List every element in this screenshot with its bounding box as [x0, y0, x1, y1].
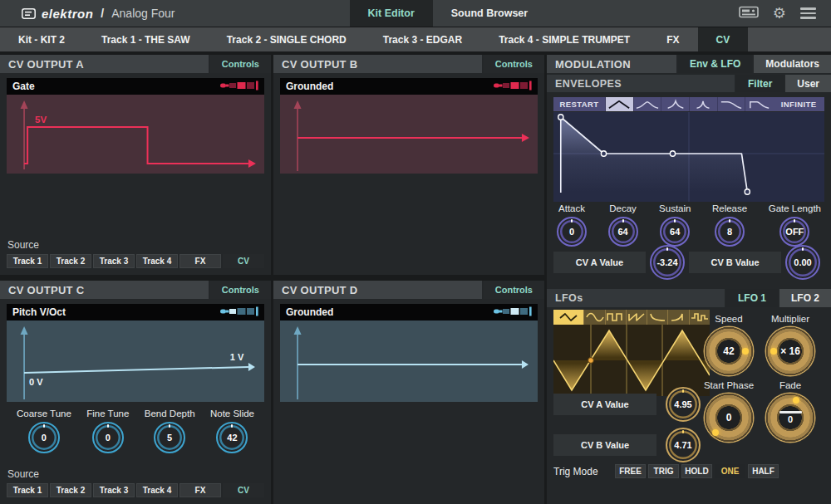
env-cv-a-value-knob[interactable]: -3.24 [650, 245, 685, 280]
bend-depth-knob[interactable]: 5 [154, 422, 185, 453]
env-shape-spike-icon[interactable] [689, 97, 717, 111]
cv-output-d-header: CV OUTPUT D Controls [273, 281, 544, 299]
envelope-shape-selector: RESTART INFINITE [553, 97, 824, 111]
attack-knob-group: Attack 0 [557, 203, 587, 247]
lfo-cv-a-value-knob[interactable]: 4.95 [666, 387, 701, 422]
cv-output-d-graph [280, 321, 538, 402]
lfos-title: LFOs [547, 289, 725, 307]
source-track-3-button[interactable]: Track 3 [93, 483, 135, 497]
gate-length-knob-group: Gate Length OFF [769, 203, 821, 247]
decay-knob-group: Decay 64 [608, 203, 638, 247]
lfo-waveform-display[interactable] [553, 325, 710, 396]
trig-mode-trig-button[interactable]: TRIG [648, 464, 679, 478]
top-icons: ⚙ [739, 0, 831, 27]
cv-output-a-controls-button[interactable]: Controls [210, 55, 271, 73]
lfo-wave-exp-attack-icon[interactable] [667, 310, 688, 325]
envelope-release-node [745, 189, 750, 194]
tab-cv[interactable]: CV [698, 27, 749, 51]
tab-filter-envelope[interactable]: Filter [736, 75, 784, 92]
tab-env-lfo[interactable]: Env & LFO [678, 55, 752, 73]
speed-knob[interactable]: 42 [705, 327, 753, 375]
tab-lfo-1[interactable]: LFO 1 [726, 289, 778, 307]
kit-nav-tabs: Kit - KIT 2 Track 1 - THE SAW Track 2 - … [0, 27, 831, 51]
trig-mode-free-button[interactable]: FREE [615, 464, 646, 478]
source-fx-button[interactable]: FX [179, 254, 221, 268]
env-shape-exp-ad-icon[interactable] [633, 97, 661, 111]
restart-label[interactable]: RESTART [553, 97, 605, 111]
source-track-1-button[interactable]: Track 1 [7, 483, 48, 497]
cv-output-a-mode-bar[interactable]: Gate [7, 78, 264, 95]
envelope-graph[interactable] [553, 112, 824, 202]
cv-output-c-controls-button[interactable]: Controls [210, 281, 271, 299]
env-shape-plateau-decay-icon[interactable] [717, 97, 745, 111]
fade-indicator-line [779, 411, 802, 413]
source-track-4-button[interactable]: Track 4 [136, 254, 178, 268]
trig-mode-half-button[interactable]: HALF [748, 464, 779, 478]
cv-output-d-mode-bar[interactable]: Grounded [280, 304, 538, 321]
env-shape-linear-ad-icon[interactable] [605, 97, 633, 111]
source-cv-button[interactable]: CV [223, 483, 264, 497]
attack-knob[interactable]: 0 [557, 217, 587, 247]
multiplier-knob[interactable]: × 16 [766, 327, 814, 375]
env-cv-b-value-knob[interactable]: 0.00 [785, 245, 820, 280]
lfo-wave-exp-decay-icon[interactable] [647, 310, 667, 325]
env-shape-curved-peak-icon[interactable] [661, 97, 689, 111]
trig-mode-hold-button[interactable]: HOLD [681, 464, 712, 478]
lfo-wave-triangle-icon[interactable] [553, 310, 583, 325]
gate-length-knob[interactable]: OFF [779, 217, 809, 247]
top-bar: elektron / Analog Four Kit Editor Sound … [0, 0, 831, 27]
modulation-title: MODULATION [547, 55, 676, 73]
env-shape-gate-decay-icon[interactable] [745, 97, 773, 111]
device-icon[interactable] [739, 6, 759, 22]
menu-icon[interactable] [800, 7, 816, 19]
source-track-1-button[interactable]: Track 1 [7, 254, 48, 268]
sustain-knob-group: Sustain 64 [659, 203, 691, 247]
source-track-3-button[interactable]: Track 3 [93, 254, 135, 268]
multiplier-label: Multiplier [771, 314, 809, 324]
decay-knob[interactable]: 64 [608, 217, 638, 247]
source-track-2-button[interactable]: Track 2 [50, 254, 91, 268]
tab-user-envelope[interactable]: User [785, 75, 831, 92]
coarse-tune-label: Coarse Tune [17, 409, 71, 418]
tab-track-2[interactable]: Track 2 - SINGLE CHORD [209, 27, 365, 51]
tab-kit[interactable]: Kit - KIT 2 [0, 27, 83, 51]
cv-output-c-mode-bar[interactable]: Pitch V/Oct [7, 304, 264, 321]
tab-sound-browser[interactable]: Sound Browser [433, 0, 546, 27]
trig-mode-row: Trig Mode FREE TRIG HOLD ONE HALF [553, 464, 824, 478]
speed-knob-group: Speed 42 [705, 314, 753, 375]
cv-output-c-source-label: Source [7, 468, 264, 480]
release-knob[interactable]: 8 [715, 217, 745, 247]
tab-track-4[interactable]: Track 4 - SIMPLE TRUMPET [480, 27, 648, 51]
settings-gear-icon[interactable]: ⚙ [773, 6, 786, 21]
tab-lfo-2[interactable]: LFO 2 [779, 289, 831, 307]
tab-kit-editor[interactable]: Kit Editor [350, 0, 433, 27]
lfo-wave-saw-icon[interactable] [626, 310, 647, 325]
tab-modulators[interactable]: Modulators [754, 55, 831, 73]
top-tabs: Kit Editor Sound Browser [350, 0, 547, 27]
cv-output-d-controls-button[interactable]: Controls [484, 281, 544, 299]
lfo-cv-b-row: CV B Value 4.71 [553, 434, 761, 456]
envelope-attack-node [558, 115, 563, 120]
cv-jack-icon [494, 79, 532, 94]
source-fx-button[interactable]: FX [179, 483, 221, 497]
lfo-cv-b-value-knob[interactable]: 4.71 [666, 428, 701, 462]
sustain-knob[interactable]: 64 [660, 217, 690, 247]
lfo-wave-sine-icon[interactable] [583, 310, 604, 325]
coarse-tune-knob[interactable]: 0 [28, 422, 60, 453]
source-track-4-button[interactable]: Track 4 [136, 483, 178, 497]
cv-output-b-controls-button[interactable]: Controls [484, 55, 544, 73]
fade-knob[interactable]: 0 [766, 394, 814, 442]
cv-output-a-source-buttons: Track 1 Track 2 Track 3 Track 4 FX CV [7, 254, 264, 268]
tab-track-1[interactable]: Track 1 - THE SAW [83, 27, 209, 51]
fine-tune-knob[interactable]: 0 [92, 422, 124, 453]
cv-output-b-mode-bar[interactable]: Grounded [280, 78, 538, 95]
trig-mode-one-button[interactable]: ONE [715, 464, 745, 478]
infinite-label[interactable]: INFINITE [773, 97, 824, 111]
cv-output-c-source-buttons: Track 1 Track 2 Track 3 Track 4 FX CV [7, 483, 264, 497]
lfo-wave-square-icon[interactable] [605, 310, 626, 325]
note-slide-knob[interactable]: 42 [216, 422, 248, 453]
source-track-2-button[interactable]: Track 2 [50, 483, 91, 497]
source-cv-button[interactable]: CV [223, 254, 264, 268]
tab-track-3[interactable]: Track 3 - EDGAR [365, 27, 480, 51]
tab-fx[interactable]: FX [648, 27, 697, 51]
